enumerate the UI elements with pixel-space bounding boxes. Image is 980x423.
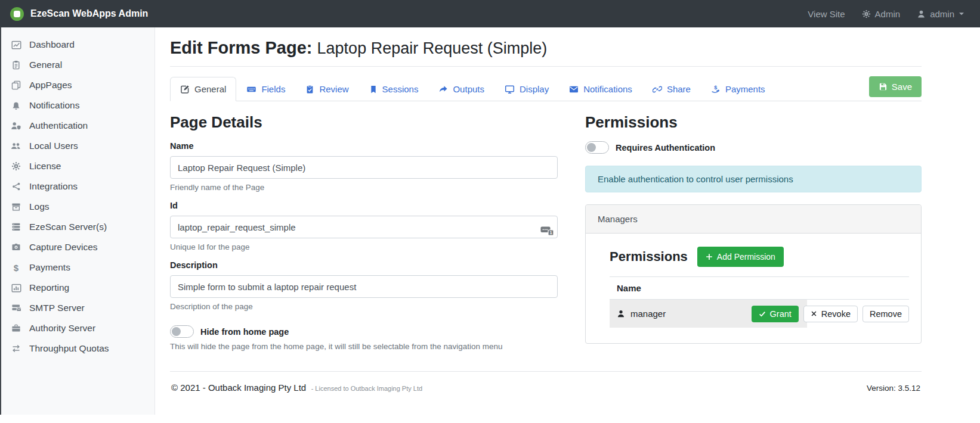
input-mask-icon: 1 [540, 225, 554, 236]
svg-text:1: 1 [549, 230, 552, 235]
save-button[interactable]: Save [869, 76, 922, 97]
page-title-prefix: Edit Forms Page: [170, 38, 313, 57]
copyright-text: © 2021 - Outback Imaging Pty Ltd [171, 382, 306, 393]
table-row: manager Grant Revoke [610, 300, 909, 328]
sidebar-item-label: Throughput Quotas [29, 343, 109, 354]
archive-icon [11, 202, 21, 212]
dollar-icon: $ [11, 263, 21, 273]
check-icon [759, 310, 766, 318]
sidebar-item-label: Local Users [29, 141, 78, 151]
toggle-knob [172, 327, 181, 336]
description-input[interactable] [170, 275, 558, 298]
svg-text:$: $ [714, 85, 717, 91]
version-text: Version: 3.5.12 [867, 384, 920, 393]
sidebar-item-label: Authority Server [29, 323, 95, 334]
hide-from-home-help: This will hide the page from the home pa… [170, 342, 558, 351]
sidebar-item-license[interactable]: License [1, 156, 154, 176]
save-button-label: Save [892, 82, 912, 92]
permissions-heading: Permissions [585, 113, 922, 132]
auth-info-alert: Enable authentication to control user pe… [585, 166, 922, 192]
tab-label: Payments [725, 84, 765, 94]
hide-from-home-label: Hide from home page [200, 327, 289, 337]
tab-label: General [194, 84, 226, 94]
chevron-down-icon [959, 12, 964, 16]
mail-server-icon [11, 303, 21, 313]
sidebar-item-smtp-server[interactable]: SMTP Server [1, 298, 154, 318]
tab-fields[interactable]: Fields [236, 77, 295, 101]
sidebar-item-payments[interactable]: $ Payments [1, 257, 154, 278]
tab-outputs[interactable]: Outputs [428, 77, 494, 101]
tab-notifications[interactable]: Notifications [559, 77, 642, 101]
sidebar-item-notifications[interactable]: Notifications [1, 95, 154, 116]
name-input[interactable] [170, 156, 558, 179]
footer: © 2021 - Outback Imaging Pty Ltd - Licen… [170, 372, 922, 397]
managers-card: Managers Permissions Add Permission Name [585, 204, 922, 344]
description-label: Description [170, 260, 558, 270]
sidebar-item-reporting[interactable]: Reporting [1, 278, 154, 298]
hand-dollar-icon: $ [711, 85, 721, 94]
add-permission-label: Add Permission [717, 252, 775, 262]
gear-icon [862, 10, 871, 18]
x-icon [811, 310, 817, 317]
sidebar-item-throughput-quotas[interactable]: Throughput Quotas [1, 338, 154, 359]
sidebar-item-label: Payments [29, 262, 70, 273]
tab-label: Sessions [382, 84, 419, 94]
user-icon [617, 309, 625, 318]
plus-icon [706, 253, 713, 260]
chart-bar-icon [11, 283, 21, 293]
tab-share[interactable]: Share [642, 77, 701, 101]
id-input[interactable] [170, 216, 558, 238]
license-text: - Licensed to Outback Imaging Pty Ltd [311, 385, 423, 392]
sidebar-item-label: EzeScan Server(s) [29, 222, 107, 232]
id-label: Id [170, 201, 558, 210]
hide-from-home-toggle[interactable] [170, 325, 194, 338]
sidebar-item-label: License [29, 161, 61, 172]
sidebar-item-authority-server[interactable]: Authority Server [1, 318, 154, 338]
toggle-knob [587, 143, 596, 152]
card-permissions-heading: Permissions [610, 249, 688, 265]
name-label: Name [170, 141, 558, 151]
sidebar-item-integrations[interactable]: Integrations [1, 176, 154, 197]
grant-button[interactable]: Grant [752, 306, 799, 322]
sidebar-item-authentication[interactable]: Authentication [1, 116, 154, 136]
tab-sessions[interactable]: Sessions [359, 77, 429, 101]
bell-icon [11, 101, 21, 110]
sidebar-item-label: AppPages [29, 80, 72, 91]
sidebar-item-ezescan-servers[interactable]: EzeScan Server(s) [1, 217, 154, 237]
sidebar-item-apppages[interactable]: AppPages [1, 75, 154, 95]
sidebar-item-local-users[interactable]: Local Users [1, 136, 154, 156]
remove-label: Remove [870, 309, 902, 319]
view-site-link[interactable]: View Site [808, 9, 845, 19]
revoke-button[interactable]: Revoke [803, 306, 858, 322]
revoke-label: Revoke [821, 309, 851, 319]
tab-general[interactable]: General [170, 77, 236, 101]
remove-button[interactable]: Remove [862, 306, 909, 322]
tab-review[interactable]: Review [295, 77, 358, 101]
page-title-name: Laptop Repair Request (Simple) [317, 39, 548, 57]
admin-label: Admin [875, 9, 901, 19]
page-details-heading: Page Details [170, 113, 558, 132]
column-header-name: Name [610, 276, 909, 300]
sidebar-item-label: Authentication [29, 120, 88, 131]
sidebar-item-logs[interactable]: Logs [1, 197, 154, 217]
permissions-table: Name manager Grant [610, 276, 909, 328]
sidebar-item-dashboard[interactable]: Dashboard [1, 35, 154, 55]
tab-payments[interactable]: $ Payments [701, 77, 775, 101]
add-permission-button[interactable]: Add Permission [697, 247, 784, 267]
sidebar-item-capture-devices[interactable]: Capture Devices [1, 237, 154, 257]
requires-authentication-toggle[interactable] [585, 141, 609, 154]
grant-label: Grant [770, 309, 792, 319]
sidebar-item-general[interactable]: General [1, 55, 154, 75]
camera-icon [11, 242, 21, 252]
user-icon [917, 10, 926, 18]
tab-display[interactable]: Display [494, 77, 559, 101]
sidebar-item-label: Notifications [29, 100, 79, 111]
managers-card-header: Managers [586, 205, 921, 234]
clipboard-check-icon [305, 85, 314, 94]
tab-label: Notifications [583, 84, 632, 94]
top-navbar: EzeScan WebApps Admin View Site Admin ad… [0, 0, 980, 27]
admin-link[interactable]: Admin [862, 9, 901, 19]
brand[interactable]: EzeScan WebApps Admin [0, 7, 155, 21]
user-menu[interactable]: admin [917, 9, 964, 19]
sidebar: Dashboard General AppPages Notifications… [0, 27, 155, 415]
